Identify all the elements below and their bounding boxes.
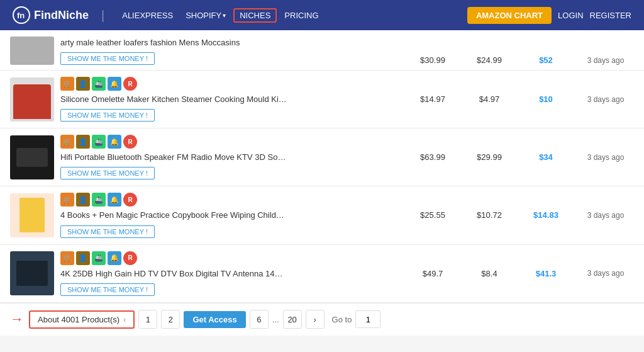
product-image: [10, 193, 54, 237]
info-icon: 🔔: [108, 77, 121, 91]
logo-text: FindNiche: [34, 9, 89, 22]
product-price: $49.7: [408, 269, 458, 278]
logo-icon: fn: [13, 6, 30, 24]
get-access-button[interactable]: Get Access: [184, 311, 245, 328]
page-2-button[interactable]: 2: [161, 310, 180, 329]
product-info: 🛒 👤 🚢 🔔 R 4K 25DB High Gain HD TV DTV Bo…: [60, 251, 401, 296]
product-price: $30.99: [408, 55, 458, 65]
header-right: AMAZON CHART LOGIN REGISTER: [467, 7, 631, 24]
store-icon: 👤: [76, 193, 90, 207]
product-profit: $41.3: [521, 269, 571, 278]
product-title: 4 Books + Pen Magic Practice Copybook Fr…: [60, 210, 287, 221]
aliexpress-icon: 🛒: [60, 251, 74, 265]
nav-divider: |: [101, 8, 104, 23]
store-icon: 👤: [76, 251, 90, 265]
product-count: About 4001 Product(s): [38, 315, 119, 324]
nav-niches[interactable]: NICHES: [233, 8, 277, 23]
product-info: arty male leather loafers fashion Mens M…: [60, 37, 401, 65]
product-icons: 🛒 👤 🚢 🔔 R: [60, 193, 401, 207]
product-profit: $52: [521, 55, 571, 65]
product-profit: $14.83: [521, 210, 571, 220]
header: fn FindNiche | ALIEXPRESS SHOPIFY ▾ NICH…: [0, 0, 644, 30]
amazon-chart-button[interactable]: AMAZON CHART: [467, 7, 552, 24]
ship-icon: 🚢: [92, 193, 106, 207]
next-page-button[interactable]: ›: [306, 310, 325, 329]
product-info: 🛒 👤 🚢 🔔 R Hifi Portable Bluetooth Speake…: [60, 135, 401, 179]
product-price: $25.55: [408, 210, 458, 220]
chevron-left-icon: ‹: [123, 315, 126, 324]
product-date: 3 days ago: [577, 56, 634, 65]
product-title: Hifi Portable Bluetooth Speaker FM Radio…: [60, 152, 287, 163]
page-1-button[interactable]: 1: [138, 310, 157, 329]
product-date: 3 days ago: [577, 153, 634, 162]
register-button[interactable]: REGISTER: [590, 11, 631, 20]
aliexpress-icon: 🛒: [60, 77, 74, 91]
table-row: 🛒 👤 🚢 🔔 R Hifi Portable Bluetooth Speake…: [0, 128, 644, 186]
ship-icon: 🚢: [92, 77, 106, 91]
product-title: 4K 25DB High Gain HD TV DTV Box Digital …: [60, 268, 287, 280]
product-cost: $8.4: [464, 269, 514, 278]
product-cost: $29.99: [464, 152, 514, 162]
show-money-button[interactable]: SHOW ME THE MONEY !: [60, 167, 155, 179]
product-price: $63.99: [408, 152, 458, 162]
product-profit: $10: [521, 94, 571, 104]
table-row: arty male leather loafers fashion Mens M…: [0, 30, 644, 71]
product-date: 3 days ago: [577, 211, 634, 220]
r-icon: R: [123, 135, 137, 149]
page-20-button[interactable]: 20: [283, 310, 302, 329]
aliexpress-icon: 🛒: [60, 193, 74, 207]
product-icons: 🛒 👤 🚢 🔔 R: [60, 135, 401, 149]
nav-aliexpress[interactable]: ALIEXPRESS: [117, 8, 178, 23]
product-image: [10, 135, 54, 179]
aliexpress-icon: 🛒: [60, 135, 74, 149]
info-icon: 🔔: [108, 135, 121, 149]
table-row: 🛒 👤 🚢 🔔 R 4K 25DB High Gain HD TV DTV Bo…: [0, 245, 644, 303]
product-info: 🛒 👤 🚢 🔔 R 4 Books + Pen Magic Practice C…: [60, 193, 401, 237]
store-icon: 👤: [76, 135, 90, 149]
product-image: [10, 251, 54, 295]
product-title: arty male leather loafers fashion Mens M…: [60, 37, 287, 48]
product-table: arty male leather loafers fashion Mens M…: [0, 30, 644, 303]
product-date: 3 days ago: [577, 95, 634, 104]
product-cost: $4.97: [464, 94, 514, 104]
info-icon: 🔔: [108, 193, 121, 207]
product-image: [10, 77, 54, 122]
show-money-button[interactable]: SHOW ME THE MONEY !: [60, 225, 155, 238]
r-icon: R: [123, 193, 137, 207]
product-image: [10, 37, 54, 65]
goto-input[interactable]: [355, 310, 380, 328]
store-icon: 👤: [76, 77, 90, 91]
logo[interactable]: fn FindNiche: [13, 6, 89, 24]
product-icons: 🛒 👤 🚢 🔔 R: [60, 77, 401, 91]
table-row: 🛒 👤 🚢 🔔 R Silicone Omelette Maker Kitche…: [0, 71, 644, 128]
login-button[interactable]: LOGIN: [558, 11, 583, 20]
nav-shopify[interactable]: SHOPIFY ▾: [180, 8, 231, 23]
page-dots: ...: [272, 315, 279, 324]
pagination-bar: → About 4001 Product(s) ‹ 1 2 Get Access…: [0, 303, 644, 336]
ship-icon: 🚢: [92, 135, 106, 149]
product-profit: $34: [521, 152, 571, 162]
product-icons: 🛒 👤 🚢 🔔 R: [60, 251, 401, 265]
info-icon: 🔔: [108, 251, 121, 265]
show-money-button[interactable]: SHOW ME THE MONEY !: [60, 52, 155, 65]
nav-pricing[interactable]: PRICING: [279, 8, 323, 23]
r-icon: R: [123, 77, 137, 91]
ship-icon: 🚢: [92, 251, 106, 265]
table-row: 🛒 👤 🚢 🔔 R 4 Books + Pen Magic Practice C…: [0, 186, 644, 244]
show-money-button[interactable]: SHOW ME THE MONEY !: [60, 283, 155, 296]
r-icon: R: [123, 251, 137, 265]
product-price: $14.97: [408, 94, 458, 104]
product-cost: $10.72: [464, 210, 514, 220]
product-title: Silicone Omelette Maker Kitchen Steamer …: [60, 94, 287, 105]
svg-text:fn: fn: [17, 11, 25, 20]
product-info: 🛒 👤 🚢 🔔 R Silicone Omelette Maker Kitche…: [60, 77, 401, 122]
product-date: 3 days ago: [577, 269, 634, 278]
page-6-button[interactable]: 6: [250, 310, 269, 329]
show-money-button[interactable]: SHOW ME THE MONEY !: [60, 109, 155, 122]
goto-label: Go to: [332, 315, 352, 324]
product-count-box: About 4001 Product(s) ‹: [29, 310, 135, 329]
chevron-down-icon: ▾: [223, 12, 226, 19]
arrow-icon: →: [10, 311, 24, 327]
nav: ALIEXPRESS SHOPIFY ▾ NICHES PRICING: [117, 8, 323, 23]
product-cost: $24.99: [464, 55, 514, 65]
